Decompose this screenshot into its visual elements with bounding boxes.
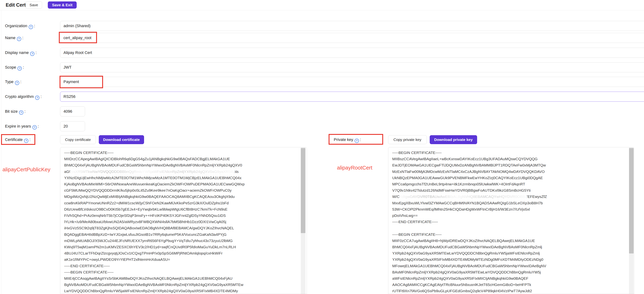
type-label: Type?: bbox=[5, 77, 22, 87]
help-icon[interactable]: ? bbox=[35, 96, 40, 100]
form-row-scope: Scope?: JWT bbox=[0, 62, 644, 72]
bit-size-label: Bit size?: bbox=[5, 106, 26, 116]
annotation-box-name bbox=[59, 32, 97, 43]
bit-size-input[interactable]: 4096 bbox=[60, 106, 85, 116]
form-row-bit-size: Bit size?: 4096 bbox=[0, 106, 644, 116]
download-certificate-button[interactable]: Download certificate bbox=[99, 135, 144, 144]
organization-input[interactable]: admin (Shared) bbox=[60, 21, 644, 31]
scope-label: Scope?: bbox=[5, 62, 24, 72]
display-name-input[interactable]: Alipay Root Cert bbox=[60, 48, 644, 58]
save-and-exit-button[interactable]: Save & Exit bbox=[48, 2, 77, 9]
type-input[interactable]: Payment bbox=[60, 77, 644, 87]
private-key-scrollbar-thumb[interactable] bbox=[629, 148, 634, 253]
edit-cert-page: Edit Cert Save Save & Exit Organization?… bbox=[0, 0, 644, 294]
page-title: Edit Cert bbox=[6, 0, 26, 10]
form-row-organization: Organization?: admin (Shared) bbox=[0, 21, 644, 31]
certificate-scrollbar[interactable] bbox=[301, 147, 306, 294]
save-button[interactable]: Save bbox=[26, 2, 42, 9]
annotation-box-private-key bbox=[328, 134, 383, 145]
copy-certificate-button[interactable]: Copy certificate bbox=[60, 135, 96, 144]
annotation-box-certificate bbox=[1, 134, 35, 145]
help-icon[interactable]: ? bbox=[15, 81, 19, 85]
annotation-text-cert-public-key: alipayCertPublicKey bbox=[2, 167, 50, 173]
redaction-smear bbox=[400, 193, 527, 200]
scope-input[interactable]: JWT bbox=[60, 62, 644, 72]
toolbar: Edit Cert Save Save & Exit bbox=[0, 0, 644, 10]
private-key-textarea[interactable]: -----BEGIN CERTIFICATE----- MIIBszCCAVeg… bbox=[388, 147, 634, 294]
annotation-text-root-cert: alipayRootCert bbox=[337, 165, 372, 171]
name-label: Name?: bbox=[5, 33, 23, 43]
form-row-display-name: Display name?: Alipay Root Cert bbox=[0, 48, 644, 58]
help-icon[interactable]: ? bbox=[29, 25, 33, 29]
expire-years-input[interactable]: 20 bbox=[60, 121, 85, 131]
help-icon[interactable]: ? bbox=[19, 110, 23, 115]
name-input[interactable]: cert_alipay_root bbox=[60, 33, 644, 43]
expire-years-label: Expire in years?: bbox=[5, 121, 39, 131]
private-key-scrollbar[interactable] bbox=[629, 147, 634, 294]
help-icon[interactable]: ? bbox=[30, 52, 34, 56]
certificate-scrollbar-thumb[interactable] bbox=[301, 148, 306, 233]
redaction-smear bbox=[70, 167, 235, 175]
download-private-key-button[interactable]: Download private key bbox=[430, 135, 477, 144]
display-name-label: Display name?: bbox=[5, 48, 36, 58]
form-row-crypto-algorithm: Crypto algorithm?: RS256 bbox=[0, 92, 644, 102]
help-icon[interactable]: ? bbox=[18, 66, 22, 71]
crypto-algorithm-input[interactable]: RS256 bbox=[60, 92, 644, 102]
copy-private-key-button[interactable]: Copy private key bbox=[388, 135, 427, 144]
organization-label: Organization?: bbox=[5, 21, 35, 31]
annotation-box-type bbox=[60, 76, 103, 88]
private-key-content: -----BEGIN CERTIFICATE----- MIIBszCCAVeg… bbox=[392, 150, 547, 294]
help-icon[interactable]: ? bbox=[32, 125, 37, 129]
crypto-algorithm-label: Crypto algorithm?: bbox=[5, 92, 42, 102]
form-row-expire-years: Expire in years?: 20 bbox=[0, 121, 644, 131]
help-icon[interactable]: ? bbox=[17, 37, 21, 41]
